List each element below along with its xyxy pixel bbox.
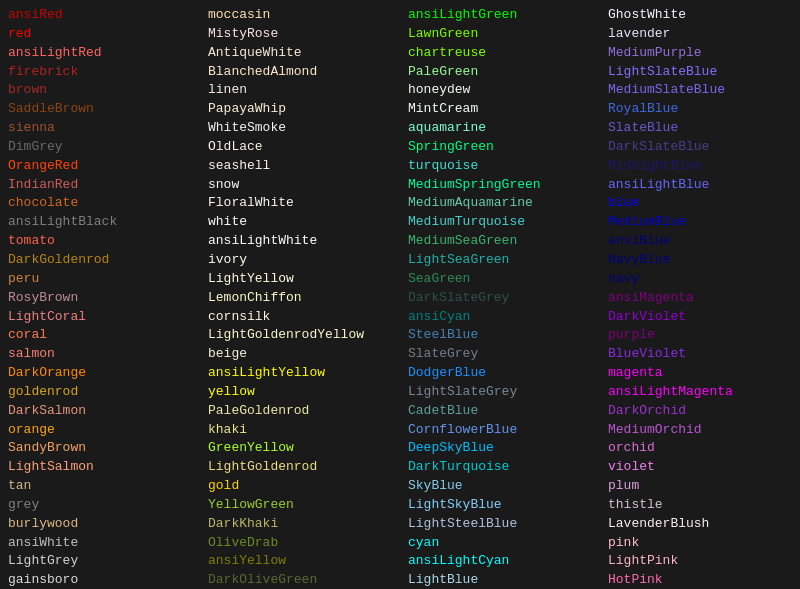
- color-item-NavyBlue[interactable]: NavyBlue: [608, 251, 800, 270]
- color-item-DimGrey[interactable]: DimGrey: [8, 138, 200, 157]
- color-item-ansiLightWhite[interactable]: ansiLightWhite: [208, 232, 400, 251]
- color-item-violet[interactable]: violet: [608, 458, 800, 477]
- color-item-LightGrey[interactable]: LightGrey: [8, 552, 200, 571]
- color-item-DarkTurquoise[interactable]: DarkTurquoise: [408, 458, 600, 477]
- color-item-ansiMagenta[interactable]: ansiMagenta: [608, 289, 800, 308]
- color-item-LightCoral[interactable]: LightCoral: [8, 308, 200, 327]
- color-item-ansiBlue[interactable]: ansiBlue: [608, 232, 800, 251]
- color-item-white[interactable]: white: [208, 213, 400, 232]
- color-item-SeaGreen[interactable]: SeaGreen: [408, 270, 600, 289]
- color-item-burlywood[interactable]: burlywood: [8, 515, 200, 534]
- color-item-DarkGoldenrod[interactable]: DarkGoldenrod: [8, 251, 200, 270]
- color-item-LightSeaGreen[interactable]: LightSeaGreen: [408, 251, 600, 270]
- color-item-honeydew[interactable]: honeydew: [408, 81, 600, 100]
- color-item-LightPink[interactable]: LightPink: [608, 552, 800, 571]
- color-item-OldLace[interactable]: OldLace: [208, 138, 400, 157]
- color-item-SaddleBrown[interactable]: SaddleBrown: [8, 100, 200, 119]
- color-item-seashell[interactable]: seashell: [208, 157, 400, 176]
- color-item-aquamarine[interactable]: aquamarine: [408, 119, 600, 138]
- color-item-red[interactable]: red: [8, 25, 200, 44]
- color-item-CornflowerBlue[interactable]: CornflowerBlue: [408, 421, 600, 440]
- color-item-ansiYellow[interactable]: ansiYellow: [208, 552, 400, 571]
- color-item-GhostWhite[interactable]: GhostWhite: [608, 6, 800, 25]
- color-item-PapayaWhip[interactable]: PapayaWhip: [208, 100, 400, 119]
- color-item-brown[interactable]: brown: [8, 81, 200, 100]
- color-item-snow[interactable]: snow: [208, 176, 400, 195]
- color-item-LightGoldenrodYellow[interactable]: LightGoldenrodYellow: [208, 326, 400, 345]
- color-item-blue[interactable]: blue: [608, 194, 800, 213]
- color-item-sienna[interactable]: sienna: [8, 119, 200, 138]
- color-item-PaleGreen[interactable]: PaleGreen: [408, 63, 600, 82]
- color-item-DeepSkyBlue[interactable]: DeepSkyBlue: [408, 439, 600, 458]
- color-item-MistyRose[interactable]: MistyRose: [208, 25, 400, 44]
- color-item-SlateBlue[interactable]: SlateBlue: [608, 119, 800, 138]
- color-item-BlueViolet[interactable]: BlueViolet: [608, 345, 800, 364]
- color-item-ansiLightYellow[interactable]: ansiLightYellow: [208, 364, 400, 383]
- color-item-LavenderBlush[interactable]: LavenderBlush: [608, 515, 800, 534]
- color-item-pink[interactable]: pink: [608, 534, 800, 553]
- color-item-RosyBrown[interactable]: RosyBrown: [8, 289, 200, 308]
- color-item-LightSteelBlue[interactable]: LightSteelBlue: [408, 515, 600, 534]
- color-item-tan[interactable]: tan: [8, 477, 200, 496]
- color-item-MediumSlateBlue[interactable]: MediumSlateBlue: [608, 81, 800, 100]
- color-item-linen[interactable]: linen: [208, 81, 400, 100]
- color-item-lavender[interactable]: lavender: [608, 25, 800, 44]
- color-item-grey[interactable]: grey: [8, 496, 200, 515]
- color-item-MediumSpringGreen[interactable]: MediumSpringGreen: [408, 176, 600, 195]
- color-item-SteelBlue[interactable]: SteelBlue: [408, 326, 600, 345]
- color-item-IndianRed[interactable]: IndianRed: [8, 176, 200, 195]
- color-item-RoyalBlue[interactable]: RoyalBlue: [608, 100, 800, 119]
- color-item-ansiLightCyan[interactable]: ansiLightCyan: [408, 552, 600, 571]
- color-item-chartreuse[interactable]: chartreuse: [408, 44, 600, 63]
- color-item-DarkOrchid[interactable]: DarkOrchid: [608, 402, 800, 421]
- color-item-MintCream[interactable]: MintCream: [408, 100, 600, 119]
- color-item-moccasin[interactable]: moccasin: [208, 6, 400, 25]
- color-item-DarkOrange[interactable]: DarkOrange: [8, 364, 200, 383]
- color-item-firebrick[interactable]: firebrick: [8, 63, 200, 82]
- color-item-LawnGreen[interactable]: LawnGreen: [408, 25, 600, 44]
- color-item-ansiCyan[interactable]: ansiCyan: [408, 308, 600, 327]
- color-item-thistle[interactable]: thistle: [608, 496, 800, 515]
- color-item-OrangeRed[interactable]: OrangeRed: [8, 157, 200, 176]
- color-item-navy[interactable]: navy: [608, 270, 800, 289]
- color-item-DarkSlateBlue[interactable]: DarkSlateBlue: [608, 138, 800, 157]
- color-item-ansiLightMagenta[interactable]: ansiLightMagenta: [608, 383, 800, 402]
- color-item-OliveDrab[interactable]: OliveDrab: [208, 534, 400, 553]
- color-item-SandyBrown[interactable]: SandyBrown: [8, 439, 200, 458]
- color-item-cyan[interactable]: cyan: [408, 534, 600, 553]
- color-item-plum[interactable]: plum: [608, 477, 800, 496]
- color-item-magenta[interactable]: magenta: [608, 364, 800, 383]
- color-item-LightSkyBlue[interactable]: LightSkyBlue: [408, 496, 600, 515]
- color-item-DarkViolet[interactable]: DarkViolet: [608, 308, 800, 327]
- color-item-GreenYellow[interactable]: GreenYellow: [208, 439, 400, 458]
- color-item-ansiLightRed[interactable]: ansiLightRed: [8, 44, 200, 63]
- color-item-LightYellow[interactable]: LightYellow: [208, 270, 400, 289]
- color-item-coral[interactable]: coral: [8, 326, 200, 345]
- color-item-AntiqueWhite[interactable]: AntiqueWhite: [208, 44, 400, 63]
- color-item-MediumSeaGreen[interactable]: MediumSeaGreen: [408, 232, 600, 251]
- color-item-tomato[interactable]: tomato: [8, 232, 200, 251]
- color-item-cornsilk[interactable]: cornsilk: [208, 308, 400, 327]
- color-item-HotPink[interactable]: HotPink: [608, 571, 800, 589]
- color-item-ansiLightGreen[interactable]: ansiLightGreen: [408, 6, 600, 25]
- color-item-MediumTurquoise[interactable]: MediumTurquoise: [408, 213, 600, 232]
- color-item-SpringGreen[interactable]: SpringGreen: [408, 138, 600, 157]
- color-item-MediumOrchid[interactable]: MediumOrchid: [608, 421, 800, 440]
- color-item-BlanchedAlmond[interactable]: BlanchedAlmond: [208, 63, 400, 82]
- color-item-chocolate[interactable]: chocolate: [8, 194, 200, 213]
- color-item-orange[interactable]: orange: [8, 421, 200, 440]
- color-item-YellowGreen[interactable]: YellowGreen: [208, 496, 400, 515]
- color-item-LightSalmon[interactable]: LightSalmon: [8, 458, 200, 477]
- color-item-ansiLightBlack[interactable]: ansiLightBlack: [8, 213, 200, 232]
- color-item-WhiteSmoke[interactable]: WhiteSmoke: [208, 119, 400, 138]
- color-item-MediumPurple[interactable]: MediumPurple: [608, 44, 800, 63]
- color-item-LemonChiffon[interactable]: LemonChiffon: [208, 289, 400, 308]
- color-item-CadetBlue[interactable]: CadetBlue: [408, 402, 600, 421]
- color-item-yellow[interactable]: yellow: [208, 383, 400, 402]
- color-item-turquoise[interactable]: turquoise: [408, 157, 600, 176]
- color-item-FloralWhite[interactable]: FloralWhite: [208, 194, 400, 213]
- color-item-MediumBlue[interactable]: MediumBlue: [608, 213, 800, 232]
- color-item-SlateGrey[interactable]: SlateGrey: [408, 345, 600, 364]
- color-item-DarkSalmon[interactable]: DarkSalmon: [8, 402, 200, 421]
- color-item-khaki[interactable]: khaki: [208, 421, 400, 440]
